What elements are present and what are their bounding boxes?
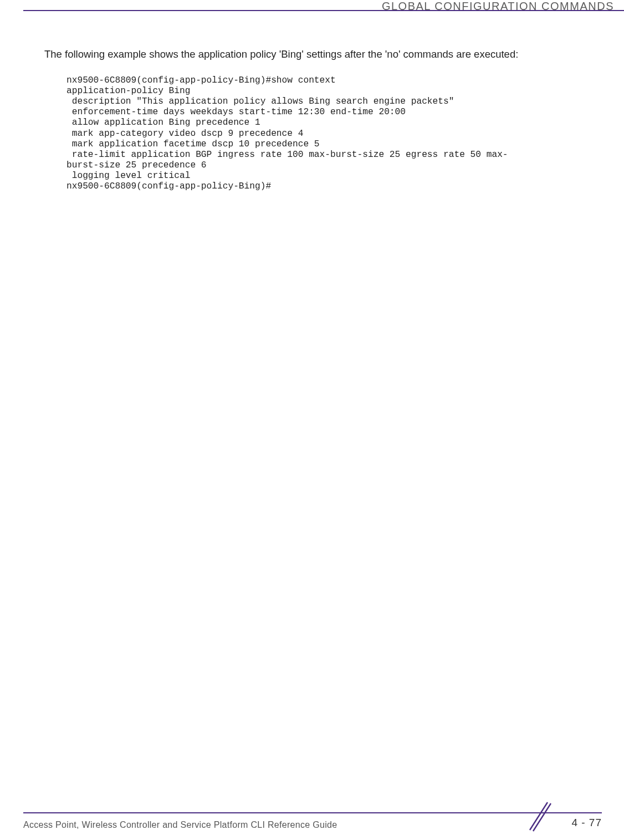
footer-text: Access Point, Wireless Controller and Se… [23,820,337,830]
slash-icon [525,800,553,833]
header-rule [23,10,624,11]
footer-page-box: 4 - 77 [530,810,602,833]
footer-rule [23,812,602,813]
page-container: GLOBAL CONFIGURATION COMMANDS The follow… [0,0,624,840]
svg-line-1 [533,803,551,831]
intro-paragraph: The following example shows the applicat… [44,48,602,62]
svg-line-0 [530,802,548,830]
code-block: nx9500-6C8809(config-app-policy-Bing)#sh… [67,75,607,192]
page-number: 4 - 77 [571,817,602,829]
